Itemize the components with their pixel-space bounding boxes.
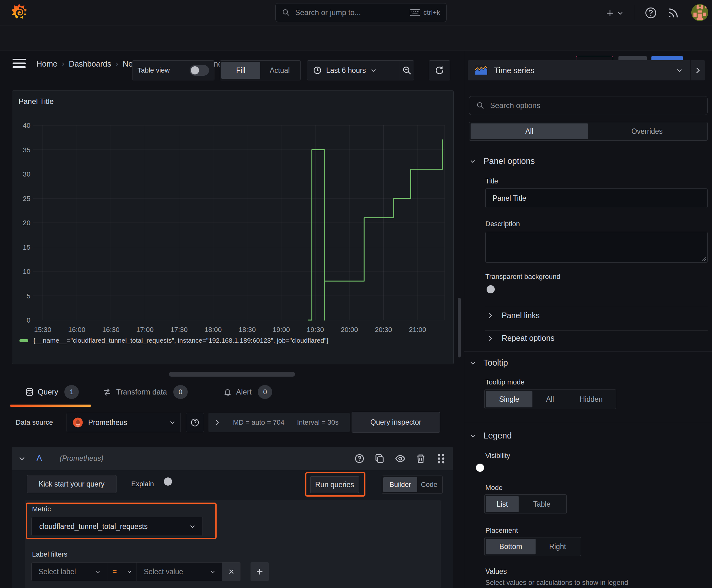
zoom-out-button[interactable] [400, 65, 414, 76]
tab-alert-label: Alert [236, 387, 252, 396]
tooltip-mode-hidden[interactable]: Hidden [567, 391, 615, 407]
resize-handle-icon[interactable] [701, 256, 706, 261]
svg-text:15: 15 [23, 244, 30, 251]
select-value-dropdown[interactable]: Select value [137, 562, 222, 581]
table-view-toggle[interactable] [190, 65, 209, 76]
breadcrumb-home[interactable]: Home [37, 59, 58, 68]
breadcrumb-dashboards[interactable]: Dashboards [69, 59, 111, 68]
label-filters-label: Label filters [32, 550, 67, 559]
close-icon [228, 569, 235, 575]
query-help-icon[interactable] [354, 453, 365, 464]
chevron-down-icon[interactable] [19, 457, 25, 460]
select-label-dropdown[interactable]: Select label [31, 562, 107, 581]
tab-overrides[interactable]: Overrides [588, 123, 706, 139]
actual-option[interactable]: Actual [260, 62, 299, 79]
add-filter-button[interactable] [251, 562, 269, 581]
news-button[interactable] [667, 7, 679, 19]
datasource-picker[interactable]: Prometheus [67, 413, 181, 432]
legend-mode-table[interactable]: Table [519, 496, 565, 512]
collapse-sidebar-button[interactable] [691, 67, 705, 74]
panel-options-header[interactable]: Panel options [470, 156, 535, 166]
drag-handle-icon[interactable] [436, 452, 446, 465]
global-search[interactable]: Search or jump to... ctrl+k [275, 3, 447, 22]
chevron-right-icon [489, 335, 492, 341]
chevron-down-icon [470, 160, 475, 163]
toggle-visibility-icon[interactable] [394, 453, 406, 464]
zoom-out-icon [402, 65, 412, 76]
tooltip-header[interactable]: Tooltip [470, 358, 508, 368]
description-textarea[interactable] [486, 232, 708, 262]
chevron-down-icon [211, 570, 215, 573]
query-ref-id[interactable]: A [37, 454, 42, 463]
tooltip-mode-all[interactable]: All [533, 391, 567, 407]
duplicate-query-icon[interactable] [374, 453, 385, 464]
bell-icon [223, 387, 232, 397]
options-search[interactable]: Search options [469, 96, 708, 115]
category-divider [464, 352, 712, 352]
builder-option[interactable]: Builder [383, 477, 417, 492]
datasource-help-button[interactable] [186, 413, 204, 432]
chevron-right-icon [696, 67, 700, 74]
delete-query-icon[interactable] [416, 453, 426, 464]
legend-placement-bottom[interactable]: Bottom [486, 539, 536, 554]
legend-series-name[interactable]: {__name__="cloudflared_tunnel_total_requ… [33, 337, 329, 344]
new-button[interactable] [605, 7, 623, 19]
grafana-logo[interactable] [9, 3, 29, 22]
help-button[interactable] [644, 6, 657, 19]
legend-header[interactable]: Legend [470, 431, 512, 441]
svg-text:5: 5 [27, 292, 30, 300]
panel-title-input[interactable] [486, 188, 708, 208]
time-range-picker[interactable]: Last 6 hours [307, 61, 400, 80]
code-option[interactable]: Code [417, 477, 441, 492]
user-avatar[interactable] [691, 4, 708, 21]
time-range-group: Last 6 hours [307, 60, 414, 80]
help-circle-icon [644, 6, 657, 19]
svg-text:19:00: 19:00 [273, 326, 290, 334]
options-sidebar-border [464, 51, 464, 588]
chevron-right-icon [215, 420, 219, 425]
clock-icon [313, 66, 322, 75]
table-view-toggle-group[interactable]: Table view [132, 60, 214, 80]
operator-dropdown[interactable]: = [107, 562, 137, 581]
panel-links-section[interactable]: Panel links [489, 311, 540, 320]
query-editor-card: A (Prometheus) Kick start your query Exp… [12, 447, 453, 588]
query-inspector-button[interactable]: Query inspector [352, 412, 440, 433]
run-queries-button[interactable]: Run queries [310, 476, 359, 493]
datasource-value: Prometheus [88, 418, 170, 427]
values-hint: Select values or calculations to show in… [486, 579, 628, 587]
tab-all[interactable]: All [471, 123, 588, 139]
visualization-picker[interactable]: Time series [468, 60, 705, 80]
max-data-points-stat: MD = auto = 704 [233, 418, 284, 426]
category-divider [464, 423, 712, 423]
kickstart-button[interactable]: Kick start your query [27, 475, 116, 493]
visualization-name: Time series [494, 66, 676, 75]
tab-alert[interactable]: Alert 0 [223, 384, 272, 400]
legend-mode-list[interactable]: List [486, 496, 519, 512]
tab-transform-data[interactable]: Transform data 0 [102, 384, 188, 400]
chevron-down-icon [470, 435, 475, 438]
time-series-chart[interactable]: 051015202530354015:3016:0016:3017:0017:3… [12, 91, 453, 342]
legend-placement-right[interactable]: Right [536, 539, 580, 554]
fill-option[interactable]: Fill [221, 62, 260, 79]
menu-button[interactable] [13, 59, 26, 68]
refresh-button[interactable] [429, 60, 450, 80]
select-label-placeholder: Select label [39, 568, 96, 576]
tab-query[interactable]: Query 1 [25, 384, 79, 400]
chevron-right-icon [489, 313, 492, 319]
title-label: Title [486, 177, 498, 185]
chevron-down-icon [676, 69, 682, 72]
legend-heading: Legend [483, 431, 512, 441]
horizontal-scrollbar[interactable] [169, 372, 295, 377]
vertical-scrollbar[interactable] [458, 298, 461, 357]
tooltip-mode-single[interactable]: Single [486, 391, 533, 407]
repeat-options-section[interactable]: Repeat options [489, 334, 555, 343]
svg-text:21:00: 21:00 [409, 326, 426, 334]
tab-transform-count: 0 [173, 385, 188, 399]
query-row-header[interactable]: A (Prometheus) [12, 447, 453, 470]
time-range-label: Last 6 hours [326, 66, 366, 75]
svg-text:20:00: 20:00 [341, 326, 358, 334]
query-options-bar[interactable]: MD = auto = 704 Interval = 30s [209, 413, 350, 432]
chart-legend[interactable]: {__name__="cloudflared_tunnel_total_requ… [19, 336, 329, 345]
metric-select[interactable]: cloudflared_tunnel_total_requests [31, 517, 203, 536]
remove-filter-button[interactable] [222, 562, 240, 581]
